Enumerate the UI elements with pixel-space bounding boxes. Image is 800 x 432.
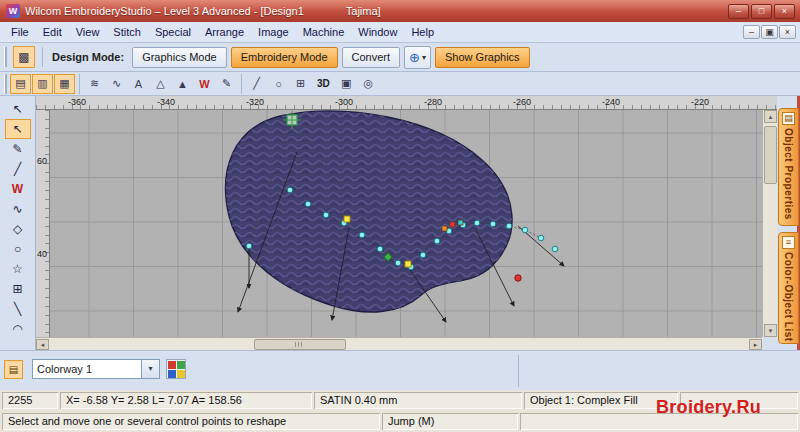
vertical-ruler: 60 40: [36, 110, 50, 337]
scroll-right-icon[interactable]: ▸: [749, 339, 762, 350]
window-title: Wilcom EmbroideryStudio – Level 3 Advanc…: [25, 5, 304, 17]
reshape-tool[interactable]: ↖: [5, 119, 31, 139]
menu-help[interactable]: Help: [404, 24, 441, 40]
hint-message: Select and move one or several control p…: [2, 413, 380, 430]
run-stitch-icon[interactable]: ∿: [106, 74, 127, 94]
grid-toggle-icon[interactable]: ⊞: [290, 74, 311, 94]
measure-icon[interactable]: ╱: [246, 74, 267, 94]
horizontal-ruler: -360 -340 -320 -300 -280 -260 -240 -220: [36, 96, 777, 110]
menu-arrange[interactable]: Arrange: [198, 24, 251, 40]
colorway-icon[interactable]: ▤: [4, 360, 23, 379]
title-bar[interactable]: W Wilcom EmbroideryStudio – Level 3 Adva…: [0, 0, 800, 22]
selected-object-info: Object 1: Complex Fill: [524, 392, 678, 409]
design-canvas[interactable]: [50, 110, 762, 337]
mdi-close-button[interactable]: ×: [779, 25, 796, 39]
hoop-globe-button[interactable]: ⊕ ▾: [404, 46, 431, 69]
menu-image[interactable]: Image: [251, 24, 296, 40]
menu-machine[interactable]: Machine: [296, 24, 352, 40]
convert-button[interactable]: Convert: [342, 47, 401, 68]
menu-stitch[interactable]: Stitch: [106, 24, 148, 40]
watermark-text: Broidery.Ru: [656, 397, 761, 418]
insert-stitch-tool[interactable]: ╱: [5, 159, 31, 179]
menu-file[interactable]: File: [4, 24, 36, 40]
colorway-value: Colorway 1: [33, 363, 141, 375]
window-title-document: Tajima]: [346, 5, 381, 17]
docked-panel-tabs: ▤ Object Properties ≡ Color-Object List: [777, 96, 800, 350]
menu-view[interactable]: View: [69, 24, 107, 40]
digitize-run-icon[interactable]: ▤: [10, 74, 31, 94]
ellipse-tool[interactable]: ○: [5, 239, 31, 259]
menu-special[interactable]: Special: [148, 24, 198, 40]
hoop-icon[interactable]: ○: [268, 74, 289, 94]
digitize-fill-icon[interactable]: ▦: [54, 74, 75, 94]
ruler-tick-label: -260: [513, 97, 531, 107]
chevron-down-icon: ▾: [422, 53, 426, 62]
mesh-tool[interactable]: ⊞: [5, 279, 31, 299]
design-mode-toolbar: ▩ Design Mode: Graphics Mode Embroidery …: [0, 43, 800, 72]
menu-bar: File Edit View Stitch Special Arrange Im…: [0, 22, 800, 43]
exit-point-marker[interactable]: [515, 275, 521, 281]
list-icon: ≡: [782, 236, 795, 249]
monogram-icon[interactable]: △: [150, 74, 171, 94]
embroidery-mode-button[interactable]: Embroidery Mode: [231, 47, 338, 68]
horizontal-scroll-thumb[interactable]: [254, 339, 346, 350]
zoom-actual-icon[interactable]: ◎: [358, 74, 379, 94]
overview-window-icon[interactable]: ▣: [336, 74, 357, 94]
tab-label: Color-Object List: [783, 252, 794, 342]
graphics-mode-button[interactable]: Graphics Mode: [132, 47, 227, 68]
scroll-down-icon[interactable]: ▾: [764, 324, 777, 337]
ruler-tick-label: -220: [691, 97, 709, 107]
complex-fill-tool[interactable]: ◇: [5, 219, 31, 239]
close-button[interactable]: ×: [774, 4, 795, 19]
stitch-edit-tool[interactable]: ✎: [5, 139, 31, 159]
palette-icon[interactable]: [166, 359, 186, 379]
vertical-scrollbar[interactable]: ▴ ▾: [762, 110, 777, 337]
ruler-tick-label: -320: [246, 97, 264, 107]
horizontal-scrollbar[interactable]: ◂ ▸: [36, 337, 762, 350]
properties-icon: ▤: [782, 112, 795, 125]
mdi-restore-button[interactable]: ▣: [761, 25, 778, 39]
scroll-left-icon[interactable]: ◂: [36, 339, 49, 350]
application-window: W Wilcom EmbroideryStudio – Level 3 Adva…: [0, 0, 800, 432]
maximize-button[interactable]: □: [751, 4, 772, 19]
star-tool[interactable]: ☆: [5, 259, 31, 279]
line-tool[interactable]: ╲: [5, 299, 31, 319]
menu-window[interactable]: Window: [351, 24, 404, 40]
ruler-tick-label: -280: [424, 97, 442, 107]
toolbar-grip[interactable]: [4, 74, 7, 94]
arc-tool[interactable]: ◠: [5, 319, 31, 339]
zigzag-stitch-icon[interactable]: ≋: [84, 74, 105, 94]
menu-edit[interactable]: Edit: [36, 24, 69, 40]
vertical-scroll-thumb[interactable]: [764, 126, 777, 184]
mdi-minimize-button[interactable]: –: [743, 25, 760, 39]
separator: [79, 74, 80, 94]
scroll-up-icon[interactable]: ▴: [764, 110, 777, 123]
ruler-tick-label: 40: [37, 249, 47, 259]
colorway-transform-bar: ▤ Colorway 1 ▾ X: mm W: mm % Y: mm H: mm…: [0, 350, 800, 390]
applique-icon[interactable]: ▲: [172, 74, 193, 94]
run-tool[interactable]: ∿: [5, 199, 31, 219]
stitch-type-info: SATIN 0.40 mm: [314, 392, 522, 409]
toolbar-grip[interactable]: [4, 47, 7, 67]
tab-object-properties[interactable]: ▤ Object Properties: [778, 108, 799, 226]
lettering-tool[interactable]: W: [5, 179, 31, 199]
design-window-icon[interactable]: ▩: [13, 46, 35, 68]
threed-toggle-button[interactable]: 3D: [312, 78, 335, 89]
separator: [241, 74, 242, 94]
freehand-icon[interactable]: ✎: [216, 74, 237, 94]
globe-icon: ⊕: [409, 50, 420, 65]
embroidery-object[interactable]: [226, 111, 512, 312]
minimize-button[interactable]: –: [728, 4, 749, 19]
design-svg[interactable]: [50, 110, 762, 337]
chevron-down-icon[interactable]: ▾: [141, 360, 159, 378]
pointer-coordinates: X= -6.58 Y= 2.58 L= 7.07 A= 158.56: [60, 392, 312, 409]
select-tool[interactable]: ↖: [5, 99, 31, 119]
wilcom-w-icon[interactable]: W: [194, 74, 215, 94]
colorway-select[interactable]: Colorway 1 ▾: [32, 359, 160, 379]
tab-color-object-list[interactable]: ≡ Color-Object List: [778, 232, 799, 344]
digitize-satin-icon[interactable]: ▥: [32, 74, 53, 94]
stitch-toolbar: ▤ ▥ ▦ ≋ ∿ A △ ▲ W ✎ ╱ ○ ⊞ 3D ▣ ◎: [0, 72, 800, 96]
lettering-icon[interactable]: A: [128, 74, 149, 94]
show-graphics-button[interactable]: Show Graphics: [435, 47, 530, 68]
ruler-tick-label: -300: [335, 97, 353, 107]
